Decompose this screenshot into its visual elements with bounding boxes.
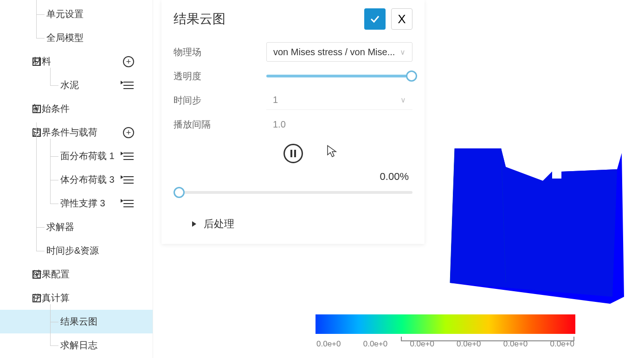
tree-item-result-config[interactable]: + 结果配置 xyxy=(0,262,153,286)
mesh-model xyxy=(445,144,626,306)
tree-label: 边界条件与载荷 xyxy=(32,126,97,139)
interval-input[interactable]: 1.0 xyxy=(266,115,412,134)
collapse-icon[interactable]: − xyxy=(32,58,41,66)
panel-title: 结果云图 xyxy=(174,10,225,28)
tree-item-unit-settings[interactable]: 单元设置 xyxy=(0,2,153,26)
chevron-down-icon: ∨ xyxy=(400,48,406,57)
tree-item-solver[interactable]: 求解器 xyxy=(0,215,153,239)
tree-item-boundary-loads[interactable]: − 边界条件与载荷 + xyxy=(0,121,153,144)
interval-label: 播放间隔 xyxy=(174,118,266,131)
confirm-button[interactable] xyxy=(364,8,386,30)
close-button[interactable]: X xyxy=(391,8,412,30)
expand-icon[interactable]: + xyxy=(32,105,41,113)
postprocess-label: 后处理 xyxy=(204,217,234,231)
result-contour-panel: 结果云图 X 物理场 von Mises stress / von Mise..… xyxy=(161,0,425,244)
list-icon[interactable] xyxy=(123,174,134,185)
pause-button[interactable] xyxy=(283,144,303,163)
tree-item-body-load[interactable]: 体分布荷载 3 xyxy=(0,168,153,192)
timestep-label: 时间步 xyxy=(174,94,266,107)
progress-slider[interactable] xyxy=(174,191,412,194)
tree-label: 全局模型 xyxy=(46,32,84,44)
tree-item-cement[interactable]: 水泥 xyxy=(0,73,153,97)
tree-item-solve-log[interactable]: 求解日志 xyxy=(0,333,153,357)
tree-item-material[interactable]: − 材料 + xyxy=(0,50,153,73)
3d-viewport[interactable] xyxy=(445,144,626,306)
opacity-label: 透明度 xyxy=(174,70,266,83)
tree-label: 弹性支撑 3 xyxy=(60,197,105,210)
tree-label: 面分布荷载 1 xyxy=(60,150,115,162)
slider-thumb[interactable] xyxy=(406,70,417,82)
field-label: 物理场 xyxy=(174,46,266,58)
list-icon[interactable] xyxy=(123,80,134,91)
tree-item-surface-load[interactable]: 面分布荷载 1 xyxy=(0,144,153,168)
tree-item-simulation-compute[interactable]: − 仿真计算 xyxy=(0,286,153,310)
list-icon[interactable] xyxy=(123,198,134,209)
postprocess-section[interactable]: 后处理 xyxy=(174,217,412,231)
chevron-down-icon: ∨ xyxy=(400,96,406,104)
physics-field-select[interactable]: von Mises stress / von Mise... ∨ xyxy=(266,42,412,62)
tree-label: 水泥 xyxy=(60,79,79,91)
tree-label: 单元设置 xyxy=(46,8,84,20)
legend-tick: 0.0e+0 xyxy=(363,339,387,349)
tree-item-result-contour[interactable]: 结果云图 xyxy=(0,310,153,333)
add-icon[interactable]: + xyxy=(123,56,134,67)
legend-tick: 0.0e+0 xyxy=(316,339,341,349)
simulation-tree-sidebar: 单元设置 全局模型 − 材料 + 水泥 + 初始条件 − 边界条件与载荷 + 面… xyxy=(0,0,153,358)
range-bracket xyxy=(401,337,574,341)
tree-label: 体分布荷载 3 xyxy=(60,173,115,186)
color-gradient xyxy=(316,314,575,334)
tree-item-initial-conditions[interactable]: + 初始条件 xyxy=(0,97,153,121)
interval-value: 1.0 xyxy=(273,119,286,130)
color-legend: 0.0e+0 0.0e+0 0.0e+0 0.0e+0 0.0e+0 0.0e+… xyxy=(316,314,575,349)
tree-item-elastic-support[interactable]: 弹性支撑 3 xyxy=(0,192,153,215)
collapse-icon[interactable]: − xyxy=(32,128,41,137)
add-icon[interactable]: + xyxy=(123,127,134,138)
tree-label: 结果云图 xyxy=(60,315,97,328)
tree-item-timestep-resource[interactable]: 时间步&资源 xyxy=(0,239,153,262)
tree-label: 求解日志 xyxy=(60,339,97,352)
check-icon xyxy=(369,13,380,25)
expand-icon[interactable]: + xyxy=(32,270,41,279)
select-value: von Mises stress / von Mise... xyxy=(273,47,395,58)
cursor-icon xyxy=(327,145,338,161)
timestep-select[interactable]: 1 ∨ xyxy=(266,90,412,110)
list-icon[interactable] xyxy=(123,151,134,162)
opacity-slider[interactable] xyxy=(266,75,412,77)
tree-item-global-model[interactable]: 全局模型 xyxy=(0,26,153,50)
caret-right-icon xyxy=(192,221,196,227)
svg-marker-1 xyxy=(450,148,617,297)
collapse-icon[interactable]: − xyxy=(32,294,41,302)
slider-thumb[interactable] xyxy=(174,187,185,198)
tree-label: 时间步&资源 xyxy=(46,244,99,257)
progress-percent: 0.00% xyxy=(174,171,412,183)
timestep-value: 1 xyxy=(273,95,278,105)
tree-label: 求解器 xyxy=(46,221,74,233)
